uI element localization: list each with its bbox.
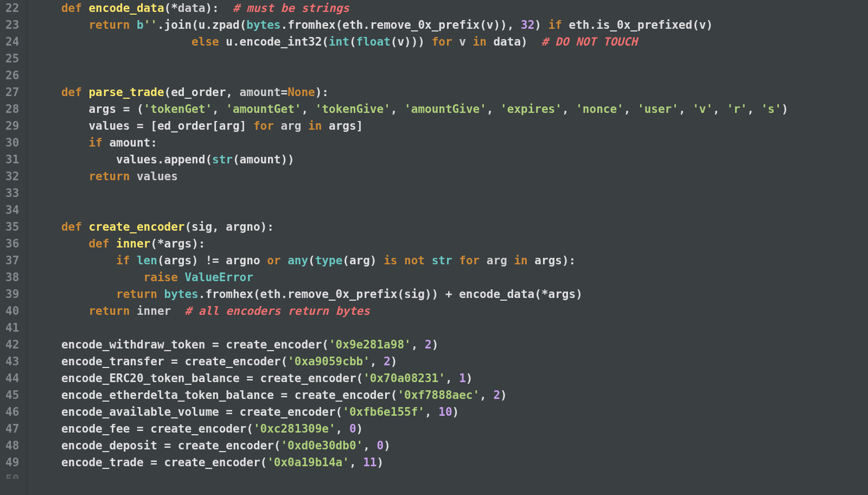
line-number: 28 — [5, 101, 19, 118]
token-op: encode_ERC20_token_balance = create_enco… — [61, 372, 363, 385]
token-op: ) — [356, 422, 363, 435]
token-op: , — [370, 355, 384, 368]
code-line[interactable]: args = ('tokenGet', 'amountGet', 'tokenG… — [34, 101, 868, 118]
code-line[interactable] — [34, 185, 868, 202]
token-op: ): — [315, 86, 329, 99]
code-line[interactable]: encode_deposit = create_encoder('0xd0e30… — [34, 437, 868, 454]
token-kw: if — [116, 254, 137, 267]
code-line[interactable] — [34, 50, 868, 67]
token-id: arg — [274, 119, 308, 132]
code-line[interactable] — [34, 202, 868, 219]
code-line[interactable]: if amount: — [34, 135, 868, 151]
token-str: 'r' — [726, 103, 747, 116]
indent — [34, 288, 116, 301]
token-op: ( — [150, 237, 157, 250]
indent — [34, 372, 61, 385]
code-line[interactable] — [34, 320, 868, 337]
code-line[interactable]: def inner(*args): — [34, 236, 868, 252]
token-kw: def — [61, 2, 89, 15]
token-op: data) — [487, 35, 541, 48]
token-op: encode_transfer = create_encoder( — [61, 355, 288, 368]
code-line[interactable]: encode_fee = create_encoder('0xc281309e'… — [34, 421, 868, 437]
token-id: data — [178, 2, 206, 15]
token-kw: return — [88, 304, 137, 318]
code-line[interactable]: raise ValueError — [34, 269, 868, 286]
token-op: , — [624, 103, 637, 116]
token-num: 0 — [349, 422, 356, 435]
code-line[interactable]: encode_etherdelta_token_balance = create… — [34, 387, 868, 404]
indent — [34, 304, 88, 318]
line-number: 38 — [5, 269, 19, 286]
code-line[interactable]: encode_withdraw_token = create_encoder('… — [34, 337, 868, 353]
token-str: '0x0a19b14a' — [267, 456, 349, 469]
token-op: * — [157, 237, 164, 250]
token-op: args): — [164, 237, 206, 250]
token-kw: for — [432, 35, 452, 48]
token-id: v — [452, 35, 473, 48]
code-area[interactable]: def encode_data(*data): # must be string… — [27, 0, 868, 495]
code-line[interactable]: encode_ERC20_token_balance = create_enco… — [34, 370, 868, 387]
line-number: 40 — [5, 303, 19, 320]
token-op: args] — [322, 119, 363, 132]
line-number: 36 — [5, 236, 19, 252]
token-op: encode_withdraw_token = create_encoder( — [61, 338, 329, 351]
line-number: 33 — [5, 185, 19, 202]
token-str: '0xfb6e155f' — [342, 405, 425, 418]
token-op: ) — [432, 338, 439, 351]
token-op: encode_etherdelta_token_balance = create… — [61, 389, 398, 402]
token-op: ) — [384, 439, 391, 452]
token-fn: create_encoder — [88, 220, 184, 233]
code-line[interactable]: else u.encode_int32(int(float(v))) for v… — [34, 34, 868, 50]
token-cmt: # must be strings — [233, 2, 349, 15]
code-line[interactable]: return bytes.fromhex(eth.remove_0x_prefi… — [34, 286, 868, 303]
line-number: 43 — [5, 353, 19, 370]
line-number: 42 — [5, 337, 19, 353]
token-builtin: str — [432, 254, 452, 267]
token-kw: def — [61, 86, 89, 99]
code-line[interactable]: return b''.join(u.zpad(bytes.fromhex(eth… — [34, 17, 868, 34]
token-str: '0x9e281a98' — [329, 338, 411, 351]
code-line[interactable] — [34, 67, 868, 84]
token-op: ) — [391, 355, 398, 368]
token-kw: or — [267, 254, 288, 267]
indent — [34, 153, 116, 166]
indent — [34, 405, 61, 418]
token-str: 'v' — [692, 103, 713, 116]
code-line[interactable]: return values — [34, 168, 868, 185]
token-op: ) — [500, 389, 507, 402]
token-builtin: b — [137, 18, 144, 31]
code-line[interactable]: values = [ed_order[arg] for arg in args] — [34, 118, 868, 135]
code-line[interactable]: def encode_data(*data): # must be string… — [34, 0, 868, 17]
token-op: , — [480, 389, 493, 402]
token-kw: return — [88, 170, 137, 183]
indent — [34, 355, 61, 368]
token-builtin: bytes — [164, 288, 199, 301]
indent — [34, 439, 61, 452]
indent — [34, 422, 61, 435]
code-line[interactable]: def parse_trade(ed_order, amount=None): — [34, 84, 868, 101]
line-number: 23 — [5, 17, 19, 34]
code-line[interactable]: return inner # all encoders return bytes — [34, 303, 868, 320]
token-op: .fromhex(eth.remove_0x_prefix(v)), — [281, 18, 521, 31]
code-line[interactable]: def create_encoder(sig, argno): — [34, 219, 868, 236]
token-num: 11 — [363, 456, 376, 469]
code-line[interactable]: values.append(str(amount)) — [34, 151, 868, 168]
code-line[interactable]: encode_transfer = create_encoder('0xa905… — [34, 353, 868, 370]
token-op: , — [411, 338, 425, 351]
token-kw: if — [88, 136, 102, 149]
code-line[interactable]: encode_available_volume = create_encoder… — [34, 404, 868, 421]
indent — [34, 271, 143, 284]
token-str: 'expires' — [500, 103, 562, 116]
token-op: , — [425, 405, 438, 418]
token-op: , — [679, 103, 692, 116]
code-line[interactable]: encode_trade = create_encoder('0x0a19b14… — [34, 454, 868, 471]
line-number: 49 — [5, 454, 19, 471]
code-line[interactable]: if len(args) != argno or any(type(arg) i… — [34, 252, 868, 269]
token-num: 32 — [521, 18, 534, 31]
code-editor[interactable]: 2223242526272829303132333435363738394041… — [0, 0, 868, 495]
token-op: (amount)) — [233, 153, 295, 166]
token-op: , — [349, 456, 363, 469]
token-id: values — [137, 170, 178, 183]
token-cmt: # all encoders return bytes — [184, 304, 369, 318]
token-op: (v))) — [391, 35, 432, 48]
